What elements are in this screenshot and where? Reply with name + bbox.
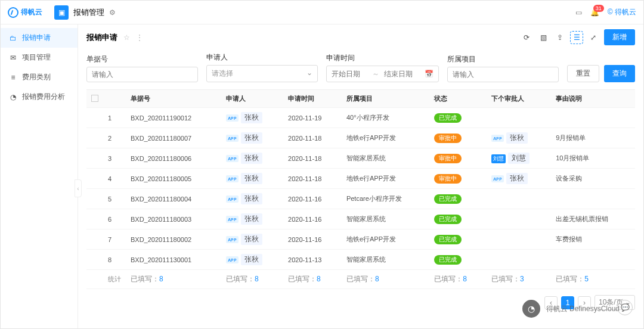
table-row[interactable]: 6 BXD_202011180003 ᴀᴘᴘ张秋 2020-11-16 智能家居…	[86, 209, 635, 229]
reset-button[interactable]: 重置	[567, 65, 599, 82]
cell-desc: 车费报销	[551, 229, 635, 250]
next-approver: 张秋	[506, 132, 528, 144]
status-tag: 已完成	[434, 255, 462, 265]
chart-icon: ◔	[9, 93, 17, 101]
stats-row: 统计 已填写：8 已填写：8 已填写：8 已填写：8 已填写：8 已填写：3 已…	[86, 270, 635, 289]
more-icon[interactable]: ⋮	[136, 33, 143, 42]
cell-project: 地铁e行APP开发	[342, 229, 429, 250]
cell-date: 2020-11-18	[283, 128, 342, 148]
sidebar: 🗀报销申请 ✉项目管理 ≡费用类别 ◔报销费用分析	[1, 24, 78, 328]
brand-logo[interactable]: 得帆云	[8, 7, 42, 18]
date-range-input[interactable]: ～📅	[326, 66, 439, 82]
date-start[interactable]	[332, 70, 367, 78]
cell-doc-no: BXD_202011190012	[126, 108, 221, 128]
main-panel: 报销申请 ☆ ⋮ ⟳ ▧ ⇪ ☰ ⤢ 新增 单据号 申请人请选择⌄ 申请时间～📅…	[78, 24, 643, 328]
cell-project: 40°小程序开发	[342, 108, 429, 128]
cell-applicant: 张秋	[241, 234, 262, 245]
cell-project: 地铁e行APP开发	[342, 128, 429, 148]
table-row[interactable]: 4 BXD_202011180005 ᴀᴘᴘ张秋 2020-11-18 地铁e行…	[86, 169, 635, 189]
cell-applicant: 张秋	[241, 132, 262, 144]
app-title: 报销管理	[73, 7, 104, 18]
monitor-icon[interactable]: ▭	[575, 8, 582, 17]
project-input[interactable]	[447, 67, 559, 82]
sidebar-item-analysis[interactable]: ◔报销费用分析	[1, 87, 78, 107]
settings-icon[interactable]: ⚙	[109, 8, 116, 17]
doc-no-input[interactable]	[86, 67, 198, 82]
pagination: ‹ 1 › 10条/页 ⌄	[78, 289, 643, 316]
user-link[interactable]: © 得帆云	[608, 7, 636, 17]
applicant-badge-icon: ᴀᴘᴘ	[226, 155, 239, 162]
filter-label: 申请时间	[326, 53, 439, 63]
cell-applicant: 张秋	[241, 153, 262, 164]
chevron-down-icon: ⌄	[306, 69, 312, 79]
applicant-badge-icon: ᴀᴘᴘ	[226, 175, 239, 182]
table-row[interactable]: 8 BXD_202011130001 ᴀᴘᴘ张秋 2020-11-13 智能家居…	[86, 250, 635, 270]
table-row[interactable]: 7 BXD_202011180002 ᴀᴘᴘ张秋 2020-11-16 地铁e行…	[86, 229, 635, 250]
cell-date: 2020-11-19	[283, 108, 342, 128]
star-icon[interactable]: ☆	[123, 33, 130, 42]
prev-page-button[interactable]: ‹	[544, 296, 558, 309]
app-icon[interactable]: ▣	[54, 5, 69, 20]
cell-date: 2020-11-13	[283, 250, 342, 270]
cell-project: 智能家居系统	[342, 250, 429, 270]
row-index: 6	[103, 209, 126, 229]
mail-icon: ✉	[9, 54, 17, 62]
image-icon[interactable]: ▧	[537, 32, 549, 44]
filter-label: 申请人	[206, 52, 318, 63]
refresh-icon[interactable]: ⟳	[521, 32, 532, 44]
applicant-badge-icon: ᴀᴘᴘ	[226, 216, 239, 223]
collapse-sidebar-icon[interactable]: ‹	[75, 179, 82, 197]
sidebar-item-label: 报销申请	[22, 33, 51, 43]
cell-applicant: 张秋	[241, 213, 262, 225]
next-approver: 刘慧	[508, 153, 530, 164]
brand-text: 得帆云	[21, 7, 42, 17]
col-doc-no: 单据号	[126, 90, 221, 108]
status-tag: 审批中	[434, 134, 462, 143]
table-row[interactable]: 5 BXD_202011180004 ᴀᴘᴘ张秋 2020-11-16 Petc…	[86, 189, 635, 209]
logo-icon	[8, 7, 18, 18]
sidebar-item-expense-apply[interactable]: 🗀报销申请	[1, 28, 78, 48]
bell-icon[interactable]: 🔔31	[590, 8, 599, 17]
table-row[interactable]: 1 BXD_202011190012 ᴀᴘᴘ张秋 2020-11-19 40°小…	[86, 108, 635, 128]
approver-badge-icon: 刘慧	[491, 154, 506, 163]
cell-doc-no: BXD_202011180005	[126, 169, 221, 189]
cell-desc	[551, 250, 635, 270]
row-index: 7	[103, 229, 126, 250]
select-all-checkbox[interactable]	[91, 95, 98, 102]
sidebar-item-label: 项目管理	[22, 52, 51, 63]
data-table: 单据号 申请人 申请时间 所属项目 状态 下个审批人 事由说明 1 BXD_20…	[86, 89, 635, 289]
status-tag: 审批中	[434, 174, 462, 184]
table-row[interactable]: 3 BXD_202011180006 ᴀᴘᴘ张秋 2020-11-18 智能家居…	[86, 148, 635, 169]
cell-date: 2020-11-16	[283, 229, 342, 250]
approver-badge-icon: ᴀᴘᴘ	[491, 175, 504, 182]
applicant-badge-icon: ᴀᴘᴘ	[226, 236, 239, 243]
cell-doc-no: BXD_202011130001	[126, 250, 221, 270]
calendar-icon: 📅	[425, 70, 434, 78]
row-index: 1	[103, 108, 126, 128]
expand-icon[interactable]: ⤢	[587, 32, 599, 44]
export-icon[interactable]: ⇪	[554, 32, 566, 44]
date-end[interactable]	[384, 70, 420, 78]
cell-date: 2020-11-16	[283, 209, 342, 229]
add-button[interactable]: 新增	[604, 29, 635, 45]
sidebar-item-cost-type[interactable]: ≡费用类别	[1, 67, 78, 87]
page-number[interactable]: 1	[561, 296, 574, 309]
cell-desc	[551, 108, 635, 128]
status-tag: 已完成	[434, 235, 462, 244]
topbar-right: ▭ 🔔31 © 得帆云	[575, 7, 636, 17]
next-page-button[interactable]: ›	[578, 296, 591, 309]
query-button[interactable]: 查询	[604, 65, 635, 82]
stats-label: 统计	[103, 270, 126, 289]
cell-doc-no: BXD_202011180007	[126, 128, 221, 148]
applicant-select[interactable]: 请选择⌄	[206, 65, 318, 82]
folder-icon: 🗀	[9, 34, 17, 42]
filter-bar: 单据号 申请人请选择⌄ 申请时间～📅 所属项目 重置 查询	[78, 50, 643, 89]
approver-badge-icon: ᴀᴘᴘ	[491, 135, 504, 142]
page-title: 报销申请	[86, 32, 117, 43]
table-row[interactable]: 2 BXD_202011180007 ᴀᴘᴘ张秋 2020-11-18 地铁e行…	[86, 128, 635, 148]
applicant-badge-icon: ᴀᴘᴘ	[226, 256, 239, 263]
chat-bubble-icon[interactable]: 💬	[617, 300, 633, 315]
row-index: 4	[103, 169, 126, 189]
view-icon[interactable]: ☰	[571, 32, 583, 44]
sidebar-item-project[interactable]: ✉项目管理	[1, 48, 78, 67]
